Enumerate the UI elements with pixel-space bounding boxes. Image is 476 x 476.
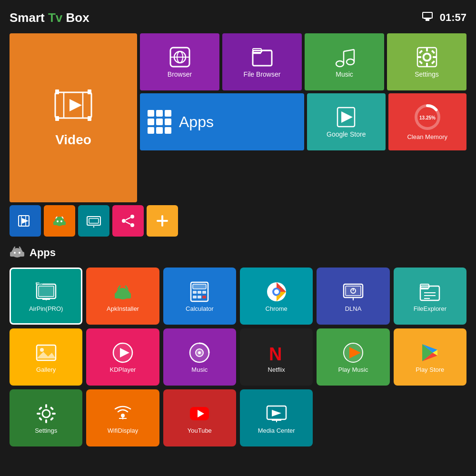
svg-rect-30 <box>431 50 435 54</box>
tile-row-1: Browser File Browser <box>140 33 466 90</box>
airpin-icon: PRO <box>35 280 58 303</box>
app-label-fileexplorer: FileExplorer <box>414 305 446 312</box>
app-tile-settings[interactable]: Settings <box>10 389 82 446</box>
small-tile-video[interactable] <box>10 205 41 237</box>
browser-tile[interactable]: Browser <box>140 33 219 90</box>
wifi-icon <box>421 11 434 24</box>
google-store-tile[interactable]: Google Store <box>307 93 386 150</box>
svg-rect-10 <box>88 116 91 121</box>
svg-marker-39 <box>22 218 29 224</box>
music-label: Music <box>336 70 353 78</box>
app-tile-youtube[interactable]: YouTube <box>163 389 236 446</box>
app-label-music: Music <box>191 366 208 373</box>
svg-rect-32 <box>431 60 435 64</box>
svg-rect-48 <box>53 221 55 225</box>
apps-label: Apps <box>179 113 214 131</box>
svg-line-58 <box>126 222 130 224</box>
svg-line-79 <box>118 286 120 289</box>
app-tile-dlna[interactable]: DLNA <box>317 268 389 325</box>
app-label-airpin: AirPin(PRO) <box>29 305 63 312</box>
app-label-netflix: Netflix <box>268 366 285 373</box>
app-tile-music[interactable]: Music <box>163 328 236 386</box>
svg-rect-127 <box>50 406 53 410</box>
app-tile-apkinstaller[interactable]: ApkInstaller <box>86 268 159 325</box>
svg-rect-62 <box>11 252 23 257</box>
svg-rect-82 <box>129 293 131 298</box>
clean-memory-tile[interactable]: 13.25% Clean Memory <box>388 93 467 150</box>
small-tile-android[interactable] <box>44 205 75 237</box>
settings-tile[interactable]: Settings <box>387 33 466 90</box>
small-tile-share[interactable] <box>112 205 144 237</box>
browser-label: Browser <box>168 70 192 78</box>
apps-tile[interactable]: Apps <box>140 93 304 150</box>
brand-tv: Tv <box>45 10 63 25</box>
svg-marker-6 <box>69 99 82 111</box>
app-tile-playstore[interactable]: Play Store <box>394 328 466 386</box>
svg-text:N: N <box>269 344 282 364</box>
svg-rect-1 <box>426 19 429 21</box>
svg-line-57 <box>126 218 130 220</box>
svg-rect-128 <box>38 416 42 420</box>
svg-rect-88 <box>193 296 197 298</box>
app-tile-mediacenter[interactable]: Media Center <box>240 389 313 446</box>
svg-point-107 <box>40 348 44 352</box>
app-label-settings: Settings <box>35 427 57 434</box>
app-label-dlna: DLNA <box>345 305 362 312</box>
kdplayer-icon <box>111 341 134 364</box>
app-label-mediacenter: Media Center <box>258 427 295 434</box>
top-section: Video Browser <box>0 33 476 202</box>
app-tile-gallery[interactable]: Gallery <box>10 328 82 386</box>
svg-text:PRO: PRO <box>37 282 42 285</box>
google-store-icon <box>335 106 357 129</box>
app-tile-kdplayer[interactable]: KDPlayer <box>86 328 159 386</box>
brand-box: Box <box>62 10 89 25</box>
clean-memory-progress: 13.25% <box>413 103 442 131</box>
app-grid: PRO AirPin(PRO) ApkInstaller <box>10 268 466 446</box>
small-icon-row <box>0 205 476 237</box>
music-app-icon <box>188 341 211 364</box>
svg-marker-34 <box>341 111 353 123</box>
svg-rect-67 <box>10 252 12 257</box>
app-tile-wifidisplay[interactable]: WifiDisplay <box>86 389 159 446</box>
svg-point-44 <box>57 220 59 222</box>
svg-rect-87 <box>202 291 206 294</box>
app-tile-fileexplorer[interactable]: FileExplorer <box>394 268 466 325</box>
svg-rect-70 <box>39 286 54 297</box>
music-tile[interactable]: Music <box>305 33 384 90</box>
svg-rect-85 <box>193 291 197 294</box>
clock: 01:57 <box>440 11 466 24</box>
video-tile[interactable]: Video <box>10 33 137 202</box>
svg-rect-123 <box>45 419 47 423</box>
app-tile-calculator[interactable]: Calculator <box>163 268 236 325</box>
music-icon <box>333 46 356 69</box>
app-label-playmusic: Play Music <box>338 366 368 373</box>
file-browser-tile[interactable]: File Browser <box>222 33 302 90</box>
svg-rect-26 <box>426 63 428 67</box>
app-tile-chrome[interactable]: Chrome <box>240 268 313 325</box>
svg-line-21 <box>344 50 354 51</box>
svg-rect-8 <box>88 89 91 94</box>
svg-rect-124 <box>37 413 40 415</box>
svg-text:13.25%: 13.25% <box>419 115 436 120</box>
small-tile-add[interactable] <box>147 205 178 237</box>
playmusic-icon <box>342 341 365 364</box>
small-tile-cast[interactable] <box>78 205 109 237</box>
video-icon <box>54 89 92 129</box>
svg-rect-25 <box>426 48 428 51</box>
google-store-label: Google Store <box>327 130 366 138</box>
svg-rect-27 <box>417 56 421 58</box>
svg-rect-84 <box>193 284 206 289</box>
tile-row-2: Apps Google Store 13.25% Clean Memory <box>140 93 466 150</box>
clean-memory-label: Clean Memory <box>407 133 447 141</box>
netflix-icon: N <box>265 341 288 364</box>
app-label-kdplayer: KDPlayer <box>110 366 136 373</box>
apps-section-header: Apps <box>10 243 466 262</box>
svg-point-56 <box>130 223 134 227</box>
gallery-icon <box>35 341 58 364</box>
svg-rect-81 <box>115 293 117 298</box>
app-tile-airpin[interactable]: PRO AirPin(PRO) <box>10 268 82 325</box>
app-tile-netflix[interactable]: N Netflix <box>240 328 313 386</box>
header: Smart Tv Box 01:57 <box>0 0 476 33</box>
app-tile-playmusic[interactable]: Play Music <box>317 328 389 386</box>
app-label-wifidisplay: WifiDisplay <box>108 427 138 434</box>
